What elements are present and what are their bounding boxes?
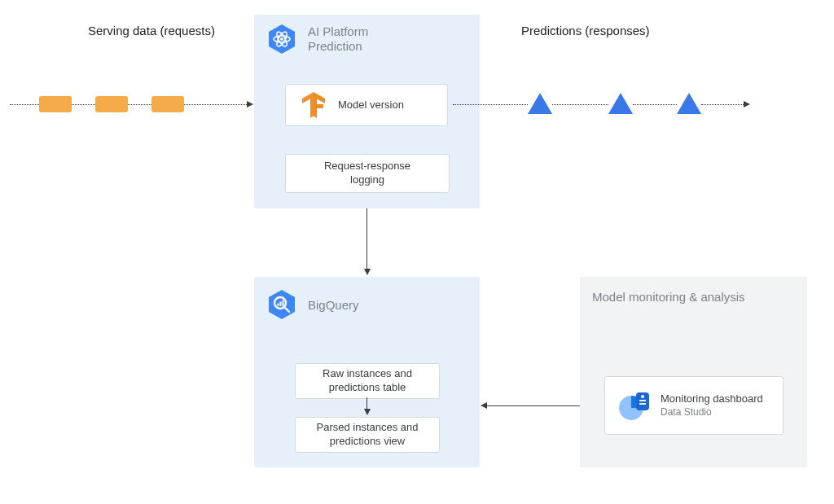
card-parsed-l2: predictions view — [330, 435, 406, 449]
prediction-datum-2 — [608, 93, 633, 114]
svg-rect-11 — [283, 300, 284, 307]
card-monitoring-dashboard: Monitoring dashboard Data Studio — [604, 376, 784, 435]
card-raw-instances: Raw instances and predictions table — [295, 363, 440, 399]
serving-datum-2 — [95, 96, 128, 112]
arrowhead-monitoring-to-bq — [481, 402, 487, 409]
prediction-datum-1 — [528, 93, 552, 114]
dotted-flow-requests — [10, 104, 39, 105]
serving-datum-1 — [39, 96, 72, 112]
svg-marker-6 — [269, 290, 295, 319]
ai-platform-prediction-icon — [266, 23, 298, 55]
tensorflow-icon — [297, 89, 330, 121]
arrowhead-raw-to-parsed — [364, 409, 371, 415]
panel-title-model-monitoring: Model monitoring & analysis — [592, 290, 745, 304]
dotted-flow-responses — [701, 104, 744, 105]
dotted-flow-requests — [128, 104, 151, 105]
arrow-aip-to-bq — [367, 208, 367, 270]
label-predictions: Predictions (responses) — [521, 24, 650, 37]
prediction-datum-3 — [677, 93, 701, 114]
card-parsed-l1: Parsed instances and — [316, 421, 418, 435]
dotted-flow-responses — [552, 104, 608, 105]
svg-point-14 — [641, 395, 644, 398]
card-logging-l2: logging — [350, 173, 384, 187]
svg-rect-16 — [639, 403, 646, 405]
dotted-flow-requests — [72, 104, 95, 105]
card-parsed-instances: Parsed instances and predictions view — [295, 417, 440, 453]
card-logging-l1: Request-response — [324, 160, 410, 173]
arrowhead-responses-out — [744, 101, 750, 107]
dotted-flow-responses — [453, 104, 528, 105]
card-request-response-logging: Request-response logging — [285, 154, 450, 193]
svg-rect-10 — [280, 302, 282, 307]
serving-datum-3 — [151, 96, 184, 112]
svg-rect-15 — [639, 400, 646, 401]
card-model-version: Model version — [285, 84, 448, 126]
arrow-monitoring-to-bq — [487, 405, 580, 406]
svg-rect-5 — [317, 104, 323, 108]
bigquery-icon — [266, 288, 298, 321]
card-dashboard-l2: Data Studio — [661, 406, 763, 419]
card-raw-l1: Raw instances and — [323, 367, 412, 381]
data-studio-icon — [615, 387, 652, 424]
arrowhead-aip-to-bq — [364, 269, 371, 275]
label-serving-data: Serving data (requests) — [88, 24, 215, 37]
card-dashboard-l1: Monitoring dashboard — [661, 392, 763, 406]
panel-title-bigquery: BigQuery — [308, 298, 359, 312]
panel-title-ai-platform-l1: AI Platform — [308, 24, 368, 38]
card-model-version-text: Model version — [338, 99, 404, 112]
panel-model-monitoring — [580, 277, 807, 467]
svg-point-4 — [280, 37, 283, 41]
svg-rect-9 — [278, 304, 279, 307]
panel-title-ai-platform-l2: Prediction — [308, 39, 362, 53]
arrowhead-into-aip — [247, 101, 253, 107]
card-raw-l2: predictions table — [329, 381, 406, 395]
dotted-flow-requests — [184, 104, 247, 105]
dotted-flow-responses — [633, 104, 677, 105]
